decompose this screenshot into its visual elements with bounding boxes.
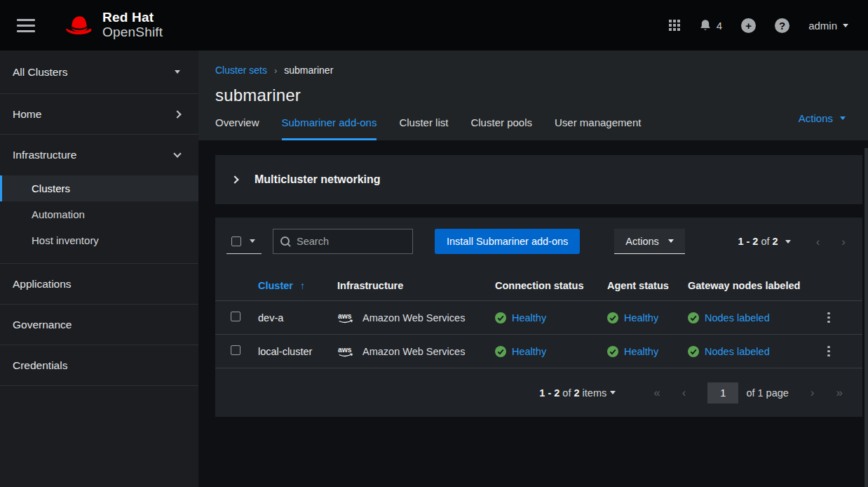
tab-user-management[interactable]: User management — [555, 116, 641, 140]
table-header-row: Cluster ↑ Infrastructure Connection stat… — [215, 271, 862, 301]
page-body: Multicluster networking Install Submarin… — [198, 140, 868, 487]
pagination-bottom-menu[interactable]: 1 - 2 of 2 items — [539, 387, 616, 399]
caret-down-icon — [843, 24, 848, 27]
sidebar-item-label: Credentials — [13, 359, 67, 372]
column-header-agent-status: Agent status — [607, 280, 688, 291]
brand-product: OpenShift — [102, 25, 163, 40]
sidebar-subitem-label: Automation — [32, 208, 85, 220]
page-actions-label: Actions — [799, 112, 833, 124]
search-input[interactable] — [297, 236, 405, 247]
row-checkbox[interactable] — [231, 312, 240, 321]
sidebar-item-clusters[interactable]: Clusters — [0, 175, 198, 201]
sidebar-item-governance[interactable]: Governance — [0, 305, 198, 345]
table-toolbar: Install Submariner add-ons Actions 1 - 2… — [226, 229, 851, 254]
notifications-button[interactable]: 4 — [699, 19, 722, 32]
sidebar-item-home[interactable]: Home — [0, 94, 198, 135]
check-circle-icon — [495, 312, 506, 323]
nav-toggle-button[interactable] — [11, 13, 41, 38]
gateway-nodes-link[interactable]: Nodes labeled — [705, 312, 770, 323]
sidebar-subitem-label: Host inventory — [32, 234, 99, 246]
breadcrumb-cluster-sets[interactable]: Cluster sets — [215, 65, 267, 76]
help-button[interactable]: ? — [775, 18, 789, 33]
caret-down-icon — [840, 116, 846, 120]
sidebar-item-credentials[interactable]: Credentials — [0, 345, 198, 386]
card-title: Multicluster networking — [255, 173, 381, 186]
app-launcher-button[interactable] — [669, 20, 680, 31]
connection-status-link[interactable]: Healthy — [512, 346, 546, 357]
svg-text:aws: aws — [338, 346, 352, 354]
caret-down-icon — [785, 240, 791, 244]
column-label: Cluster — [258, 280, 293, 291]
page-number-input[interactable] — [707, 382, 738, 403]
row-kebab-menu[interactable] — [827, 312, 830, 323]
tab-cluster-pools[interactable]: Cluster pools — [470, 116, 532, 140]
sort-ascending-icon: ↑ — [300, 280, 305, 291]
column-header-gateway-nodes: Gateway nodes labeled — [688, 280, 818, 291]
perspective-switcher[interactable]: All Clusters — [0, 51, 198, 94]
tab-cluster-list[interactable]: Cluster list — [399, 116, 448, 140]
aws-icon: aws — [337, 345, 356, 358]
pagination-last-button[interactable]: » — [836, 387, 843, 399]
caret-down-icon — [250, 239, 255, 243]
table-row: dev-a aws Amazon Web Services He — [215, 301, 862, 335]
sidebar-item-label: Governance — [13, 319, 72, 331]
hamburger-icon — [17, 19, 35, 32]
pagination-prev-button[interactable]: ‹ — [816, 236, 820, 248]
plus-circle-icon: + — [741, 18, 756, 33]
pagination-bottom: 1 - 2 of 2 items « ‹ of 1 page › — [215, 368, 862, 417]
scrollbar[interactable] — [864, 148, 868, 487]
add-resource-button[interactable]: + — [741, 18, 756, 33]
breadcrumb: Cluster sets › submariner — [215, 65, 851, 76]
caret-down-icon — [668, 239, 674, 243]
check-circle-icon — [607, 312, 618, 323]
page-actions-dropdown[interactable]: Actions — [799, 112, 846, 124]
app-launcher-icon — [669, 20, 680, 31]
sidebar: All Clusters Home Infrastructure Cluster… — [0, 51, 198, 487]
cluster-name: dev-a — [258, 312, 337, 323]
username: admin — [808, 20, 837, 32]
bulk-select-dropdown[interactable] — [226, 229, 262, 254]
connection-status-link[interactable]: Healthy — [512, 312, 546, 323]
sidebar-item-host-inventory[interactable]: Host inventory — [0, 227, 198, 253]
bulk-select-checkbox[interactable] — [231, 236, 241, 246]
tab-bar: Overview Submariner add-ons Cluster list… — [215, 116, 851, 140]
submariner-addons-table-card: Install Submariner add-ons Actions 1 - 2… — [215, 218, 862, 417]
pagination-first-button[interactable]: « — [653, 387, 660, 399]
gateway-nodes-link[interactable]: Nodes labeled — [705, 346, 770, 357]
sidebar-item-automation[interactable]: Automation — [0, 201, 198, 227]
sidebar-item-applications[interactable]: Applications — [0, 264, 198, 305]
pagination-prev-button[interactable]: ‹ — [682, 387, 686, 399]
agent-status-link[interactable]: Healthy — [624, 312, 658, 323]
pagination-top: 1 - 2 of 2 ‹ › — [738, 236, 851, 248]
caret-down-icon — [175, 70, 180, 74]
row-kebab-menu[interactable] — [827, 346, 830, 357]
tab-overview[interactable]: Overview — [215, 116, 259, 140]
expand-toggle-button[interactable] — [232, 177, 238, 182]
row-checkbox[interactable] — [231, 345, 240, 355]
check-circle-icon — [495, 346, 506, 357]
pagination-items-word: items — [583, 387, 607, 399]
pagination-next-button[interactable]: › — [811, 387, 815, 399]
pagination-total: 2 — [574, 387, 579, 399]
notification-count: 4 — [717, 20, 722, 32]
pagination-top-menu[interactable]: 1 - 2 of 2 — [738, 236, 790, 247]
sidebar-group-infrastructure: Infrastructure Clusters Automation Host … — [0, 135, 198, 264]
question-circle-icon: ? — [775, 18, 789, 33]
check-circle-icon — [607, 346, 618, 357]
table-row: local-cluster aws Amazon Web Services — [215, 335, 862, 368]
agent-status-link[interactable]: Healthy — [624, 346, 658, 357]
masthead: Red Hat OpenShift 4 + ? admin — [0, 0, 868, 51]
tab-submariner-add-ons[interactable]: Submariner add-ons — [282, 116, 377, 140]
table-actions-dropdown[interactable]: Actions — [614, 229, 685, 254]
bell-icon — [699, 19, 712, 32]
pagination-next-button[interactable]: › — [841, 236, 846, 248]
sidebar-item-infrastructure[interactable]: Infrastructure — [0, 135, 198, 175]
brand-logo: Red Hat OpenShift — [62, 11, 163, 39]
pagination-of: of — [562, 387, 571, 399]
install-submariner-addons-button[interactable]: Install Submariner add-ons — [435, 229, 580, 254]
search-box — [273, 229, 413, 254]
sidebar-item-label: Applications — [13, 278, 72, 291]
pagination-total: 2 — [773, 236, 778, 247]
user-menu[interactable]: admin — [808, 20, 848, 32]
column-header-cluster[interactable]: Cluster ↑ — [258, 280, 337, 291]
